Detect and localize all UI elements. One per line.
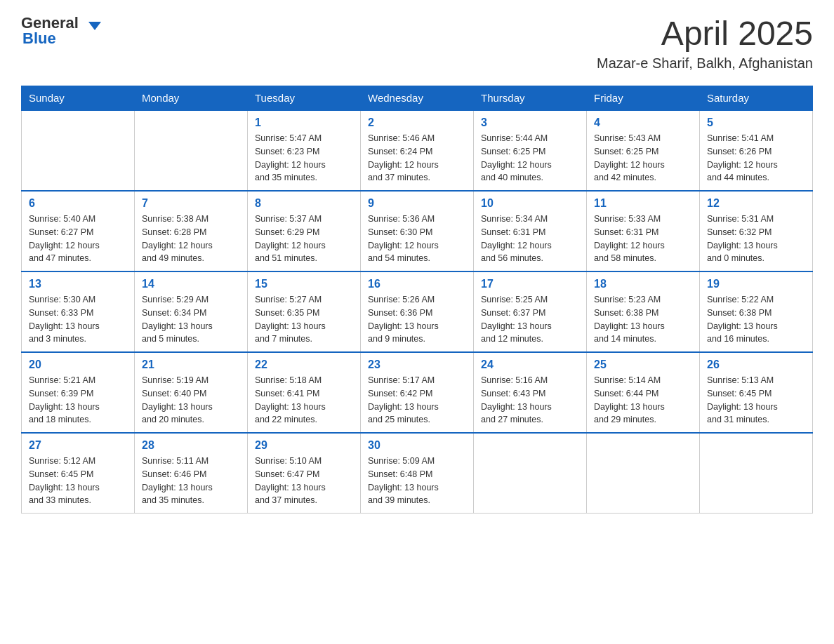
day-info: Sunrise: 5:30 AM Sunset: 6:33 PM Dayligh… bbox=[29, 293, 127, 346]
calendar-cell: 26Sunrise: 5:13 AM Sunset: 6:45 PM Dayli… bbox=[700, 352, 813, 433]
day-number: 20 bbox=[29, 358, 127, 371]
day-info: Sunrise: 5:16 AM Sunset: 6:43 PM Dayligh… bbox=[481, 374, 579, 427]
day-info: Sunrise: 5:44 AM Sunset: 6:25 PM Dayligh… bbox=[481, 132, 579, 185]
calendar-cell: 7Sunrise: 5:38 AM Sunset: 6:28 PM Daylig… bbox=[135, 191, 248, 271]
day-info: Sunrise: 5:22 AM Sunset: 6:38 PM Dayligh… bbox=[707, 293, 805, 346]
day-number: 16 bbox=[368, 278, 466, 290]
day-number: 3 bbox=[481, 116, 579, 129]
calendar-cell: 8Sunrise: 5:37 AM Sunset: 6:29 PM Daylig… bbox=[248, 191, 361, 271]
calendar-cell: 30Sunrise: 5:09 AM Sunset: 6:48 PM Dayli… bbox=[361, 433, 474, 514]
calendar-cell bbox=[135, 110, 248, 191]
page-subtitle: Mazar-e Sharif, Balkh, Afghanistan bbox=[597, 55, 813, 72]
day-number: 15 bbox=[255, 278, 353, 290]
day-number: 12 bbox=[707, 197, 805, 210]
day-number: 7 bbox=[142, 197, 240, 210]
calendar-table: SundayMondayTuesdayWednesdayThursdayFrid… bbox=[21, 86, 813, 514]
day-number: 25 bbox=[594, 358, 692, 371]
logo: General Blue bbox=[21, 14, 101, 48]
day-number: 22 bbox=[255, 358, 353, 371]
day-info: Sunrise: 5:46 AM Sunset: 6:24 PM Dayligh… bbox=[368, 132, 466, 185]
calendar-cell: 13Sunrise: 5:30 AM Sunset: 6:33 PM Dayli… bbox=[22, 271, 135, 352]
day-info: Sunrise: 5:47 AM Sunset: 6:23 PM Dayligh… bbox=[255, 132, 353, 185]
day-number: 10 bbox=[481, 197, 579, 210]
page-title: April 2025 bbox=[597, 14, 813, 53]
day-number: 1 bbox=[255, 116, 353, 129]
day-number: 8 bbox=[255, 197, 353, 210]
calendar-cell: 4Sunrise: 5:43 AM Sunset: 6:25 PM Daylig… bbox=[587, 110, 700, 191]
day-info: Sunrise: 5:40 AM Sunset: 6:27 PM Dayligh… bbox=[29, 213, 127, 265]
calendar-cell: 18Sunrise: 5:23 AM Sunset: 6:38 PM Dayli… bbox=[587, 271, 700, 352]
day-of-week-header: Tuesday bbox=[248, 86, 361, 111]
calendar-cell: 28Sunrise: 5:11 AM Sunset: 6:46 PM Dayli… bbox=[135, 433, 248, 514]
calendar-cell: 12Sunrise: 5:31 AM Sunset: 6:32 PM Dayli… bbox=[700, 191, 813, 271]
day-info: Sunrise: 5:27 AM Sunset: 6:35 PM Dayligh… bbox=[255, 293, 353, 346]
day-number: 9 bbox=[368, 197, 466, 210]
calendar-cell: 22Sunrise: 5:18 AM Sunset: 6:41 PM Dayli… bbox=[248, 352, 361, 433]
calendar-cell: 29Sunrise: 5:10 AM Sunset: 6:47 PM Dayli… bbox=[248, 433, 361, 514]
day-number: 28 bbox=[142, 439, 240, 452]
day-number: 24 bbox=[481, 358, 579, 371]
day-number: 5 bbox=[707, 116, 805, 129]
week-row: 20Sunrise: 5:21 AM Sunset: 6:39 PM Dayli… bbox=[22, 352, 813, 433]
calendar-cell: 27Sunrise: 5:12 AM Sunset: 6:45 PM Dayli… bbox=[22, 433, 135, 514]
calendar-cell: 17Sunrise: 5:25 AM Sunset: 6:37 PM Dayli… bbox=[474, 271, 587, 352]
day-info: Sunrise: 5:19 AM Sunset: 6:40 PM Dayligh… bbox=[142, 374, 240, 427]
day-info: Sunrise: 5:23 AM Sunset: 6:38 PM Dayligh… bbox=[594, 293, 692, 346]
day-number: 11 bbox=[594, 197, 692, 210]
calendar-cell: 20Sunrise: 5:21 AM Sunset: 6:39 PM Dayli… bbox=[22, 352, 135, 433]
day-number: 18 bbox=[594, 278, 692, 290]
day-of-week-header: Wednesday bbox=[361, 86, 474, 111]
calendar-cell bbox=[474, 433, 587, 514]
day-info: Sunrise: 5:21 AM Sunset: 6:39 PM Dayligh… bbox=[29, 374, 127, 427]
day-info: Sunrise: 5:34 AM Sunset: 6:31 PM Dayligh… bbox=[481, 213, 579, 265]
day-info: Sunrise: 5:26 AM Sunset: 6:36 PM Dayligh… bbox=[368, 293, 466, 346]
day-number: 19 bbox=[707, 278, 805, 290]
calendar-cell: 24Sunrise: 5:16 AM Sunset: 6:43 PM Dayli… bbox=[474, 352, 587, 433]
week-row: 27Sunrise: 5:12 AM Sunset: 6:45 PM Dayli… bbox=[22, 433, 813, 514]
logo-content: General Blue bbox=[21, 14, 101, 48]
day-info: Sunrise: 5:38 AM Sunset: 6:28 PM Dayligh… bbox=[142, 213, 240, 265]
calendar-cell: 2Sunrise: 5:46 AM Sunset: 6:24 PM Daylig… bbox=[361, 110, 474, 191]
day-number: 23 bbox=[368, 358, 466, 371]
calendar-cell: 15Sunrise: 5:27 AM Sunset: 6:35 PM Dayli… bbox=[248, 271, 361, 352]
calendar-cell: 11Sunrise: 5:33 AM Sunset: 6:31 PM Dayli… bbox=[587, 191, 700, 271]
day-info: Sunrise: 5:41 AM Sunset: 6:26 PM Dayligh… bbox=[707, 132, 805, 185]
day-number: 30 bbox=[368, 439, 466, 452]
day-of-week-header: Thursday bbox=[474, 86, 587, 111]
calendar-cell: 5Sunrise: 5:41 AM Sunset: 6:26 PM Daylig… bbox=[700, 110, 813, 191]
day-of-week-header: Friday bbox=[587, 86, 700, 111]
title-section: April 2025 Mazar-e Sharif, Balkh, Afghan… bbox=[597, 14, 813, 72]
day-info: Sunrise: 5:43 AM Sunset: 6:25 PM Dayligh… bbox=[594, 132, 692, 185]
calendar-cell bbox=[22, 110, 135, 191]
page-header: General Blue April 2025 Mazar-e Sharif, … bbox=[21, 14, 813, 72]
day-info: Sunrise: 5:11 AM Sunset: 6:46 PM Dayligh… bbox=[142, 455, 240, 507]
day-info: Sunrise: 5:37 AM Sunset: 6:29 PM Dayligh… bbox=[255, 213, 353, 265]
day-number: 21 bbox=[142, 358, 240, 371]
day-info: Sunrise: 5:18 AM Sunset: 6:41 PM Dayligh… bbox=[255, 374, 353, 427]
day-of-week-header: Saturday bbox=[700, 86, 813, 111]
calendar-cell: 16Sunrise: 5:26 AM Sunset: 6:36 PM Dayli… bbox=[361, 271, 474, 352]
week-row: 1Sunrise: 5:47 AM Sunset: 6:23 PM Daylig… bbox=[22, 110, 813, 191]
day-info: Sunrise: 5:25 AM Sunset: 6:37 PM Dayligh… bbox=[481, 293, 579, 346]
day-number: 27 bbox=[29, 439, 127, 452]
calendar-cell: 23Sunrise: 5:17 AM Sunset: 6:42 PM Dayli… bbox=[361, 352, 474, 433]
calendar-header-row: SundayMondayTuesdayWednesdayThursdayFrid… bbox=[22, 86, 813, 111]
day-of-week-header: Monday bbox=[135, 86, 248, 111]
day-info: Sunrise: 5:29 AM Sunset: 6:34 PM Dayligh… bbox=[142, 293, 240, 346]
calendar-cell: 3Sunrise: 5:44 AM Sunset: 6:25 PM Daylig… bbox=[474, 110, 587, 191]
day-info: Sunrise: 5:33 AM Sunset: 6:31 PM Dayligh… bbox=[594, 213, 692, 265]
logo-blue: Blue bbox=[22, 29, 56, 48]
calendar-cell: 1Sunrise: 5:47 AM Sunset: 6:23 PM Daylig… bbox=[248, 110, 361, 191]
calendar-cell: 10Sunrise: 5:34 AM Sunset: 6:31 PM Dayli… bbox=[474, 191, 587, 271]
calendar-cell: 14Sunrise: 5:29 AM Sunset: 6:34 PM Dayli… bbox=[135, 271, 248, 352]
day-info: Sunrise: 5:09 AM Sunset: 6:48 PM Dayligh… bbox=[368, 455, 466, 507]
day-info: Sunrise: 5:31 AM Sunset: 6:32 PM Dayligh… bbox=[707, 213, 805, 265]
day-info: Sunrise: 5:14 AM Sunset: 6:44 PM Dayligh… bbox=[594, 374, 692, 427]
calendar-cell: 9Sunrise: 5:36 AM Sunset: 6:30 PM Daylig… bbox=[361, 191, 474, 271]
calendar-cell bbox=[587, 433, 700, 514]
day-number: 26 bbox=[707, 358, 805, 371]
day-of-week-header: Sunday bbox=[22, 86, 135, 111]
day-number: 14 bbox=[142, 278, 240, 290]
day-number: 2 bbox=[368, 116, 466, 129]
calendar-cell: 21Sunrise: 5:19 AM Sunset: 6:40 PM Dayli… bbox=[135, 352, 248, 433]
